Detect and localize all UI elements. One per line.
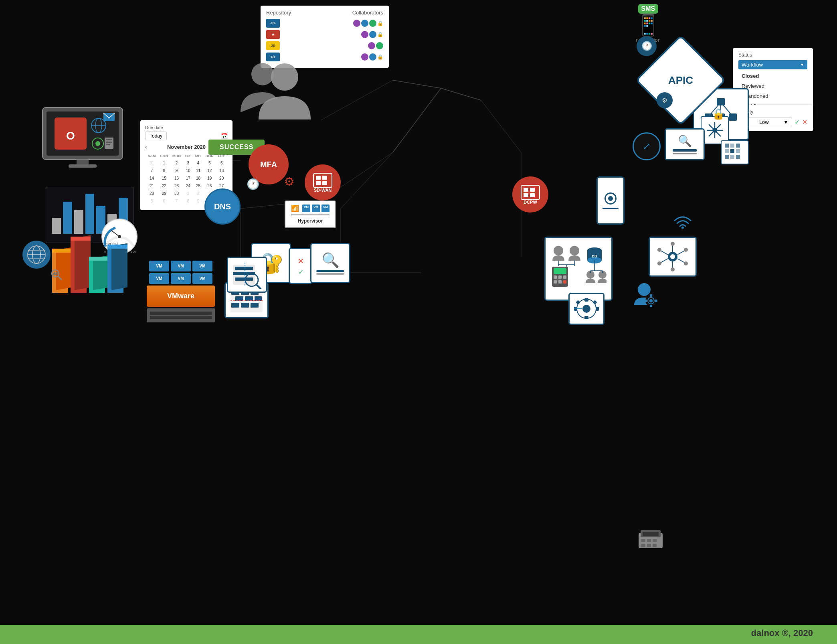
- cal-day-25[interactable]: 25: [194, 182, 203, 189]
- search-data-icon: 🔍: [310, 243, 350, 283]
- cal-day-7next[interactable]: 7: [170, 198, 182, 205]
- 3d-bars: [52, 241, 123, 293]
- vm-badge-3: VM: [321, 205, 330, 212]
- cal-day-18[interactable]: 18: [194, 175, 203, 182]
- cal-day-7[interactable]: 7: [146, 167, 158, 174]
- cal-day-21[interactable]: 21: [146, 182, 158, 189]
- svg-line-166: [257, 285, 261, 289]
- avatar-3b: [376, 42, 383, 49]
- status-option-closed[interactable]: Closed: [738, 71, 807, 81]
- cal-week-4: 21 22 23 24 25 26 27: [146, 182, 227, 189]
- svg-line-8: [481, 100, 521, 152]
- cal-day-12[interactable]: 12: [204, 167, 215, 174]
- svg-rect-164: [235, 277, 253, 281]
- svg-line-88: [661, 251, 668, 255]
- svg-rect-49: [530, 188, 535, 192]
- cal-day-5next[interactable]: 5: [146, 198, 158, 205]
- svg-point-144: [638, 283, 651, 296]
- gear-person-icon: [630, 281, 658, 314]
- svg-rect-35: [736, 144, 740, 148]
- cal-day-2[interactable]: 2: [170, 160, 182, 166]
- cal-prev-arrow[interactable]: ‹: [145, 144, 147, 150]
- cal-day-23[interactable]: 23: [170, 182, 182, 189]
- phone-landline-icon: [637, 527, 665, 556]
- cal-day-28[interactable]: 28: [146, 190, 158, 197]
- cal-day-26[interactable]: 26: [204, 182, 215, 189]
- cal-day-29[interactable]: 29: [158, 190, 170, 197]
- org-chart-svg: DB: [550, 243, 607, 295]
- cal-day-24[interactable]: 24: [184, 182, 193, 189]
- svg-rect-43: [316, 176, 321, 180]
- cal-day-4[interactable]: 4: [194, 160, 203, 166]
- svg-rect-65: [77, 160, 89, 165]
- cal-day-31prev[interactable]: 31: [146, 160, 158, 166]
- avatar-4a: [361, 53, 368, 61]
- cal-today-button[interactable]: Today: [145, 132, 167, 140]
- check-mark-icon: ✓: [298, 268, 303, 276]
- device-dot: [608, 196, 613, 201]
- vm-badge-1: VM: [302, 205, 310, 212]
- cal-day-14[interactable]: 14: [146, 175, 158, 182]
- svg-point-111: [554, 246, 563, 255]
- cal-day-10[interactable]: 10: [184, 167, 193, 174]
- dns-text: DNS: [214, 202, 231, 211]
- server-rack-2: [150, 316, 212, 319]
- cal-day-8[interactable]: 8: [158, 167, 170, 174]
- cal-day-20[interactable]: 20: [216, 175, 227, 182]
- cal-day-6next[interactable]: 6: [158, 198, 170, 205]
- svg-rect-119: [554, 275, 557, 279]
- cal-day-13[interactable]: 13: [216, 167, 227, 174]
- cal-day-15[interactable]: 15: [158, 175, 170, 182]
- cal-day-6[interactable]: 6: [216, 160, 227, 166]
- cal-day-1next[interactable]: 1: [184, 190, 193, 197]
- cal-day-1[interactable]: 1: [158, 160, 170, 166]
- svg-point-60: [95, 141, 100, 146]
- svg-point-98: [671, 267, 675, 271]
- cal-day-5[interactable]: 5: [204, 160, 215, 166]
- hypervisor-wifi-icon: 📶: [291, 205, 299, 212]
- cal-day-8next[interactable]: 8: [184, 198, 193, 205]
- cal-day-3[interactable]: 3: [184, 160, 193, 166]
- wifi-svg: [673, 213, 693, 229]
- data-line-2: [316, 273, 344, 275]
- cal-day-11[interactable]: 11: [194, 167, 203, 174]
- sdwan-circle: SD-WAN: [305, 164, 341, 200]
- sdwan-text: SD-WAN: [314, 188, 332, 192]
- cal-day-22[interactable]: 22: [158, 182, 170, 189]
- svg-rect-142: [592, 300, 597, 304]
- cal-day-9[interactable]: 9: [170, 167, 182, 174]
- avatar-1b: [361, 20, 368, 27]
- svg-point-94: [657, 248, 661, 252]
- dcpw-container: DCPW: [512, 176, 548, 213]
- svg-rect-50: [524, 193, 528, 197]
- firewall-svg-2: [231, 261, 263, 289]
- server-rack-1: [150, 312, 212, 315]
- expand-icon[interactable]: ⤢: [633, 132, 661, 160]
- svg-rect-34: [730, 144, 734, 148]
- monitor-icon: O: [38, 103, 127, 173]
- workflow-dropdown[interactable]: Workflow ▼: [738, 60, 807, 69]
- svg-text:O: O: [66, 130, 75, 142]
- svg-rect-106: [255, 296, 262, 301]
- svg-line-1: [441, 88, 481, 100]
- cal-day-2next[interactable]: 2: [194, 190, 203, 197]
- cal-day-9next[interactable]: 9: [194, 198, 203, 205]
- calendar-icon[interactable]: 📅: [221, 133, 228, 139]
- svg-rect-51: [530, 193, 535, 197]
- cal-day-19[interactable]: 19: [204, 175, 215, 182]
- priority-x-icon[interactable]: ✕: [802, 118, 807, 126]
- svg-rect-162: [235, 267, 253, 270]
- status-option-reviewed[interactable]: Reviewed: [738, 81, 807, 91]
- dns-globe: DNS: [204, 188, 241, 225]
- cal-day-17[interactable]: 17: [184, 175, 193, 182]
- svg-rect-123: [558, 280, 562, 284]
- firewall-icon-2: [227, 257, 267, 293]
- svg-text:DB: DB: [592, 254, 597, 258]
- priority-check-icon[interactable]: ✓: [795, 118, 800, 126]
- apic-clock-icon: 🕐: [637, 36, 657, 56]
- avatar-4b: [369, 53, 376, 61]
- cal-day-30[interactable]: 30: [170, 190, 182, 197]
- cal-day-16[interactable]: 16: [170, 175, 182, 182]
- svg-rect-42: [313, 173, 332, 188]
- lock-4: 🔒: [377, 54, 383, 60]
